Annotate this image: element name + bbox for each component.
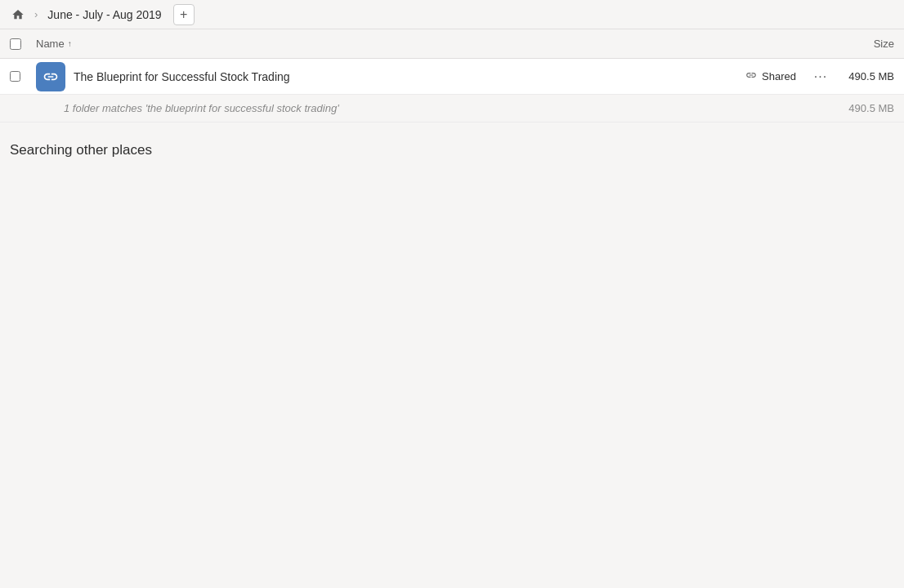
searching-section: Searching other places (0, 122, 904, 168)
file-select-input[interactable] (10, 71, 20, 82)
size-column-header[interactable]: Size (829, 38, 894, 50)
shared-area: Shared (745, 69, 796, 83)
file-name[interactable]: The Blueprint for Successful Stock Tradi… (74, 70, 745, 83)
home-button[interactable] (7, 3, 29, 26)
select-all-checkbox[interactable] (10, 38, 29, 50)
breadcrumb-separator: › (33, 8, 39, 20)
loading-indicator (159, 142, 181, 158)
select-all-input[interactable] (10, 38, 21, 50)
header-bar: › June - July - Aug 2019 + (0, 0, 904, 29)
shared-label: Shared (762, 70, 796, 82)
sort-arrow-icon: ↑ (68, 39, 72, 48)
breadcrumb-label: June - July - Aug 2019 (43, 7, 166, 23)
column-headers: Name ↑ Size (0, 29, 904, 59)
new-tab-button[interactable]: + (173, 4, 195, 25)
folder-icon (36, 62, 65, 91)
searching-label: Searching other places (10, 142, 894, 158)
name-column-header[interactable]: Name ↑ (36, 38, 829, 50)
match-size: 490.5 MB (845, 102, 894, 114)
shared-link-icon (745, 69, 757, 83)
file-row[interactable]: The Blueprint for Successful Stock Tradi… (0, 59, 904, 95)
match-text: 1 folder matches 'the blueprint for succ… (64, 102, 845, 114)
more-options-button[interactable]: ··· (809, 65, 832, 88)
match-info-bar: 1 folder matches 'the blueprint for succ… (0, 95, 904, 122)
file-checkbox[interactable] (10, 71, 29, 82)
file-size: 490.5 MB (845, 70, 894, 82)
